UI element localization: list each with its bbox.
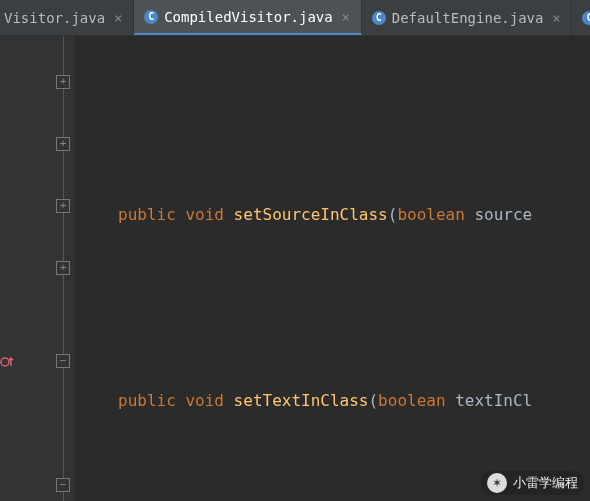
tab-defaultengine[interactable]: C DefaultEngine.java × <box>362 0 573 35</box>
close-icon[interactable]: × <box>549 10 563 26</box>
fold-expand-icon[interactable]: + <box>56 199 70 213</box>
fold-expand-icon[interactable]: + <box>56 75 70 89</box>
watermark: ✶ 小雷学编程 <box>481 471 584 495</box>
code-content[interactable]: public void setSourceInClass(boolean sou… <box>74 36 590 501</box>
fold-collapse-icon[interactable]: − <box>56 354 70 368</box>
editor-tabs: Visitor.java × C CompiledVisitor.java × … <box>0 0 590 36</box>
fold-expand-icon[interactable]: + <box>56 261 70 275</box>
class-icon: C <box>372 11 386 25</box>
gutter: + + + + − − <box>0 36 74 501</box>
override-up-icon[interactable] <box>0 354 16 370</box>
code-line: public void setSourceInClass(boolean sou… <box>74 199 590 230</box>
close-icon[interactable]: × <box>111 10 125 26</box>
tab-label: DefaultEngine.java <box>392 10 544 26</box>
svg-point-0 <box>1 358 9 366</box>
tab-visitor[interactable]: Visitor.java × <box>0 0 134 35</box>
watermark-text: 小雷学编程 <box>513 474 578 492</box>
class-icon: C <box>582 11 590 25</box>
watermark-icon: ✶ <box>487 473 507 493</box>
class-icon: C <box>144 10 158 24</box>
fold-expand-icon[interactable]: + <box>56 137 70 151</box>
tab-label: Visitor.java <box>4 10 105 26</box>
tab-mixed[interactable]: C Mixed <box>572 0 590 35</box>
code-line: public void setTextInClass(boolean textI… <box>74 385 590 416</box>
fold-collapse-icon[interactable]: − <box>56 478 70 492</box>
tab-compiledvisitor[interactable]: C CompiledVisitor.java × <box>134 0 362 35</box>
editor-area: + + + + − − public void setSourceInClass… <box>0 36 590 501</box>
tab-label: CompiledVisitor.java <box>164 9 333 25</box>
close-icon[interactable]: × <box>339 9 353 25</box>
